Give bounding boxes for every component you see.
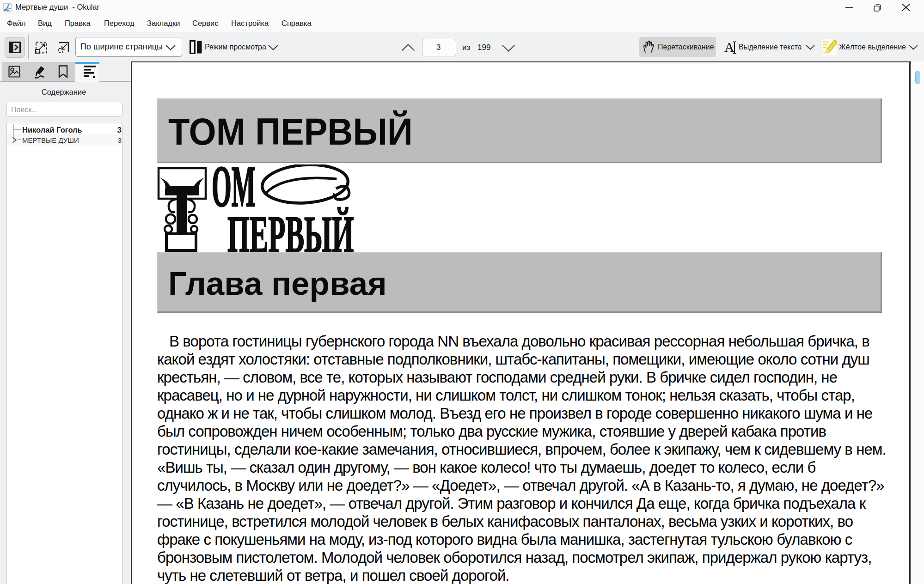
svg-text:A: A [724, 40, 734, 55]
svg-text:ПЕРВЫЙ: ПЕРВЫЙ [227, 205, 354, 254]
